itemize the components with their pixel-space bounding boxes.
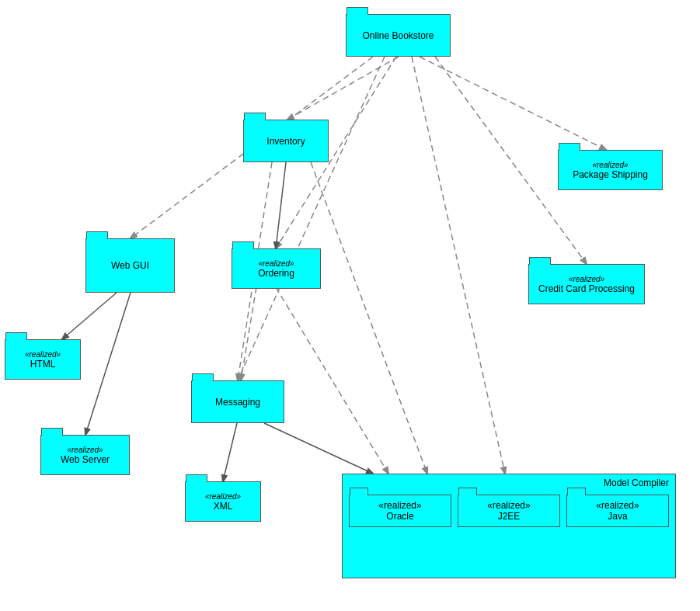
java-stereotype: «realized» xyxy=(575,500,660,511)
messaging-tab xyxy=(192,373,214,381)
model-compiler-container: Model Compiler «realized» Oracle «realiz… xyxy=(342,474,676,578)
oracle-box: «realized» Oracle xyxy=(349,495,451,527)
oracle-stereotype: «realized» xyxy=(357,500,443,511)
svg-line-7 xyxy=(276,162,286,248)
package-shipping-label: Package Shipping xyxy=(573,169,648,180)
ordering-label: Ordering xyxy=(258,268,294,279)
svg-line-11 xyxy=(85,293,131,435)
html-label: HTML xyxy=(30,359,56,370)
web-gui-label: Web GUI xyxy=(111,260,149,271)
model-compiler-body: «realized» Oracle «realized» J2EE «reali… xyxy=(343,490,675,533)
j2ee-stereotype: «realized» xyxy=(466,500,552,511)
html-stereotype: «realized» xyxy=(25,350,61,359)
html-box: «realized» HTML xyxy=(5,339,81,380)
messaging-box: Messaging xyxy=(191,380,284,423)
web-gui-box: Web GUI xyxy=(85,238,175,293)
web-gui-tab xyxy=(86,231,108,239)
online-bookstore-label: Online Bookstore xyxy=(362,30,434,41)
credit-card-box: «realized» Credit Card Processing xyxy=(528,264,645,304)
svg-line-5 xyxy=(238,57,385,380)
web-server-stereotype: «realized» xyxy=(67,446,103,454)
online-bookstore-tab xyxy=(347,7,368,15)
svg-line-9 xyxy=(311,162,427,474)
model-compiler-title: Model Compiler xyxy=(343,474,675,490)
svg-line-12 xyxy=(223,423,237,481)
j2ee-tab xyxy=(458,488,477,495)
xml-stereotype: «realized» xyxy=(205,492,241,501)
messaging-label: Messaging xyxy=(215,397,260,408)
web-server-label: Web Server xyxy=(61,454,110,465)
xml-box: «realized» XML xyxy=(185,481,261,522)
html-tab xyxy=(5,332,27,340)
credit-card-tab xyxy=(529,257,551,265)
svg-line-14 xyxy=(241,287,256,380)
svg-line-10 xyxy=(62,293,117,339)
j2ee-label: J2EE xyxy=(466,511,552,522)
svg-line-15 xyxy=(276,287,388,474)
java-box: «realized» Java xyxy=(566,495,669,527)
oracle-tab xyxy=(350,488,368,495)
diagram: Online Bookstore Inventory «realized» Pa… xyxy=(0,0,700,611)
ordering-tab xyxy=(232,241,254,249)
svg-line-13 xyxy=(264,423,373,474)
oracle-label: Oracle xyxy=(357,511,443,522)
svg-line-1 xyxy=(420,57,606,150)
package-shipping-stereotype: «realized» xyxy=(592,161,628,169)
inventory-tab xyxy=(244,113,266,120)
credit-card-label: Credit Card Processing xyxy=(538,283,635,294)
java-tab xyxy=(567,488,586,495)
xml-label: XML xyxy=(214,501,233,512)
j2ee-box: «realized» J2EE xyxy=(458,495,560,527)
web-server-tab xyxy=(41,428,63,436)
svg-line-0 xyxy=(287,57,399,120)
ordering-box: «realized» Ordering xyxy=(232,248,321,289)
xml-tab xyxy=(186,474,207,482)
online-bookstore-box: Online Bookstore xyxy=(346,14,451,57)
package-shipping-tab xyxy=(559,143,580,151)
web-server-box: «realized» Web Server xyxy=(40,435,130,475)
package-shipping-box: «realized» Package Shipping xyxy=(558,150,663,190)
java-label: Java xyxy=(575,511,660,522)
inventory-label: Inventory xyxy=(266,136,305,147)
svg-line-6 xyxy=(412,57,505,474)
ordering-stereotype: «realized» xyxy=(258,259,294,268)
inventory-box: Inventory xyxy=(243,120,329,162)
credit-card-stereotype: «realized» xyxy=(569,275,604,283)
